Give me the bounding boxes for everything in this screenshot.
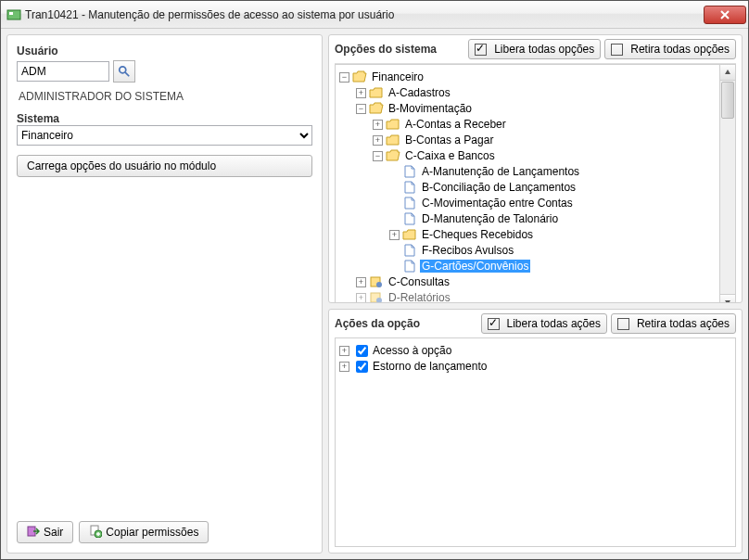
search-icon	[118, 65, 131, 78]
user-label: Usuário	[17, 45, 312, 57]
expander-icon[interactable]: −	[339, 72, 349, 83]
tree-scrollbar[interactable]	[720, 64, 736, 303]
titlebar: Tran10421 - Manutenção de permissões de …	[1, 1, 748, 29]
svg-line-3	[125, 72, 129, 76]
folder-icon	[386, 118, 400, 131]
tree-node[interactable]: B-Contas a Pagar	[403, 134, 495, 146]
expander-icon[interactable]: +	[339, 362, 349, 372]
svg-point-2	[120, 67, 126, 73]
remove-all-options-button[interactable]: Retira todas opções	[604, 39, 736, 59]
tree-node-selected[interactable]: G-Cartões/Convênios	[420, 260, 530, 273]
expander-icon[interactable]: +	[356, 277, 366, 287]
exit-icon	[27, 525, 40, 541]
tree-node[interactable]: F-Recibos Avulsos	[420, 244, 515, 257]
expander-icon[interactable]: +	[373, 135, 383, 146]
system-options-title: Opções do sistema	[335, 43, 464, 56]
svg-rect-1	[9, 12, 13, 15]
liberate-all-actions-button[interactable]: Libera todas ações	[481, 313, 607, 334]
load-options-button[interactable]: Carrega opções do usuário no módulo	[17, 155, 312, 177]
tree-node[interactable]: C-Consultas	[387, 275, 451, 288]
user-fullname: ADMINISTRADOR DO SISTEMA	[19, 90, 312, 103]
expander-icon[interactable]: −	[373, 151, 383, 161]
uncheck-icon	[617, 318, 629, 330]
copy-icon	[89, 525, 102, 541]
options-tree[interactable]: − Financeiro + A-Cadas	[335, 64, 720, 303]
tree-node[interactable]: Financeiro	[370, 70, 425, 83]
tree-node[interactable]: C-Caixa e Bancos	[403, 149, 497, 162]
system-label: Sistema	[17, 112, 312, 125]
tree-node[interactable]: B-Movimentação	[387, 102, 474, 115]
exit-button[interactable]: Sair	[17, 521, 73, 543]
left-panel: Usuário ADMINISTRADOR DO SISTEMA Sistema…	[6, 34, 323, 554]
scroll-up-icon[interactable]	[720, 65, 735, 81]
scroll-down-icon[interactable]	[720, 294, 735, 303]
folder-icon	[386, 134, 400, 146]
expander-icon[interactable]: +	[373, 120, 383, 130]
check-icon	[475, 44, 487, 56]
close-button[interactable]	[704, 6, 746, 24]
tree-node[interactable]: B-Conciliação de Lançamentos	[420, 181, 578, 194]
document-icon	[402, 165, 417, 178]
tree-node[interactable]: C-Movimentação entre Contas	[420, 197, 575, 210]
tree-node[interactable]: D-Relatórios	[387, 291, 452, 303]
document-icon	[402, 197, 417, 210]
actions-tree[interactable]: + Acesso à opção + Estorno de lançamento	[335, 337, 736, 547]
tree-node[interactable]: A-Contas a Receber	[403, 118, 508, 131]
user-lookup-button[interactable]	[113, 60, 135, 83]
window-title: Tran10421 - Manutenção de permissões de …	[25, 8, 704, 21]
expander-icon[interactable]: +	[389, 230, 400, 240]
svg-point-8	[376, 282, 382, 287]
folder-icon	[402, 228, 417, 241]
report-icon	[369, 275, 384, 288]
folder-open-icon	[386, 149, 400, 162]
check-icon	[488, 318, 500, 330]
document-icon	[402, 181, 417, 194]
system-select[interactable]: Financeiro	[17, 125, 312, 146]
uncheck-icon	[611, 44, 623, 56]
folder-open-icon	[352, 70, 367, 83]
expander-icon[interactable]: +	[356, 293, 366, 303]
document-icon	[402, 260, 417, 273]
system-options-group: Opções do sistema Libera todas opções Re…	[328, 34, 743, 303]
svg-point-10	[376, 298, 382, 303]
option-actions-title: Ações da opção	[335, 317, 477, 330]
document-icon	[402, 244, 417, 257]
report-icon	[369, 291, 384, 303]
option-actions-group: Ações da opção Libera todas ações Retira…	[328, 309, 743, 554]
liberate-all-options-button[interactable]: Libera todas opções	[468, 39, 601, 59]
tree-node[interactable]: E-Cheques Recebidos	[420, 228, 535, 241]
folder-icon	[369, 86, 384, 99]
action-checkbox[interactable]	[356, 345, 368, 357]
document-icon	[402, 212, 417, 225]
client-area: Usuário ADMINISTRADOR DO SISTEMA Sistema…	[1, 29, 748, 559]
right-panel: Opções do sistema Libera todas opções Re…	[328, 34, 743, 554]
remove-all-actions-button[interactable]: Retira todas ações	[611, 313, 736, 334]
tree-node[interactable]: A-Manutenção de Lançamentos	[420, 165, 581, 178]
app-icon	[6, 7, 21, 22]
action-item[interactable]: Acesso à opção	[371, 344, 453, 357]
expander-icon[interactable]: −	[356, 104, 366, 114]
tree-node[interactable]: D-Manutenção de Talonário	[420, 212, 560, 225]
copy-permissions-button[interactable]: Copiar permissões	[79, 521, 209, 543]
scroll-thumb[interactable]	[721, 82, 734, 119]
tree-node[interactable]: A-Cadastros	[387, 86, 452, 99]
action-checkbox[interactable]	[356, 361, 368, 373]
folder-open-icon	[369, 102, 384, 115]
action-item[interactable]: Estorno de lançamento	[371, 360, 489, 373]
app-window: Tran10421 - Manutenção de permissões de …	[0, 0, 749, 560]
expander-icon[interactable]: +	[339, 346, 349, 356]
user-input[interactable]	[17, 61, 109, 82]
expander-icon[interactable]: +	[356, 88, 366, 98]
